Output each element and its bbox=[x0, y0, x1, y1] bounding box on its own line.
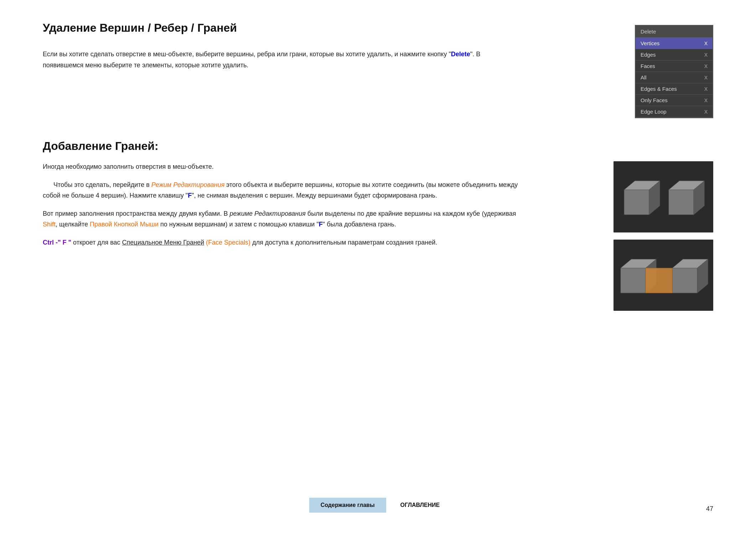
delete-menu-item-faces[interactable]: Faces X bbox=[636, 61, 713, 72]
delete-text-pre: Если вы хотите сделать отверстие в меш-о… bbox=[43, 51, 451, 58]
add-para3-underline: Специальное Меню Граней bbox=[122, 239, 204, 246]
add-para1-link: Режим Редактирования bbox=[151, 181, 224, 188]
delete-menu-label-all: All bbox=[641, 74, 647, 80]
delete-menu-label-faces: Faces bbox=[641, 63, 655, 69]
svg-marker-8 bbox=[621, 268, 646, 293]
add-para2-end: " была добавлена грань. bbox=[323, 221, 396, 228]
add-para1-pre: Чтобы это сделать, перейдите в bbox=[53, 181, 151, 188]
delete-menu-shortcut-only-faces: X bbox=[704, 98, 708, 103]
section-delete-title: Удаление Вершин / Ребер / Граней bbox=[43, 21, 520, 35]
section-add-title: Добавление Граней: bbox=[43, 140, 713, 153]
delete-menu-item-vertices[interactable]: Vertices X bbox=[636, 38, 713, 49]
delete-menu-shortcut-vertices: X bbox=[704, 41, 708, 46]
add-para3-paren: (Face Specials) bbox=[204, 239, 250, 246]
delete-menu-item-edges-faces[interactable]: Edges & Faces X bbox=[636, 83, 713, 95]
add-para1-key: F bbox=[188, 192, 192, 199]
svg-marker-4 bbox=[669, 190, 694, 215]
delete-menu-shortcut-edges: X bbox=[704, 52, 708, 58]
add-para3: Ctrl -" F " откроет для вас Специальное … bbox=[43, 237, 520, 248]
delete-menu-label-edges-faces: Edges & Faces bbox=[641, 86, 677, 92]
section-delete-text: Удаление Вершин / Ребер / Граней Если вы… bbox=[43, 21, 542, 70]
add-para1-end: ", не снимая выделения с вершин. Между в… bbox=[192, 192, 437, 199]
cube-svg-2 bbox=[613, 240, 713, 311]
bottom-nav: Содержание главы ОГЛАВЛЕНИЕ bbox=[0, 498, 756, 513]
toc-chapter-button[interactable]: Содержание главы bbox=[309, 498, 386, 513]
delete-menu-item-edges[interactable]: Edges X bbox=[636, 49, 713, 61]
cube-image-1 bbox=[613, 161, 713, 232]
add-para1-indent bbox=[43, 181, 53, 188]
cube-svg-1 bbox=[613, 161, 713, 232]
delete-menu-label-edge-loop: Edge Loop bbox=[641, 109, 667, 115]
toc-main-button[interactable]: ОГЛАВЛЕНИЕ bbox=[393, 498, 447, 513]
add-text: Иногда необходимо заполнить отверстия в … bbox=[43, 161, 542, 255]
svg-marker-1 bbox=[624, 190, 649, 215]
section-delete: Удаление Вершин / Ребер / Граней Если вы… bbox=[43, 21, 713, 118]
svg-marker-14 bbox=[646, 268, 672, 293]
delete-menu-shortcut-edge-loop: X bbox=[704, 109, 708, 115]
section-add: Добавление Граней: Иногда необходимо зап… bbox=[43, 140, 713, 311]
add-para2-shift: Shift bbox=[43, 221, 56, 228]
delete-menu-title: Delete bbox=[636, 26, 713, 38]
add-intro: Иногда необходимо заполнить отверстия в … bbox=[43, 161, 520, 172]
delete-menu-label-edges: Edges bbox=[641, 52, 656, 58]
add-para2-mid: были выделены по две крайние вершины на … bbox=[306, 210, 516, 217]
delete-menu-item-edge-loop[interactable]: Edge Loop X bbox=[636, 106, 713, 117]
add-para3-ctrl: Ctrl -" F " bbox=[43, 239, 71, 246]
add-para2: Вот пример заполнения пространства между… bbox=[43, 208, 520, 230]
section-delete-body: Если вы хотите сделать отверстие в меш-о… bbox=[43, 49, 520, 70]
delete-menu-shortcut-all: X bbox=[704, 75, 708, 80]
delete-menu-widget: Delete Vertices X Edges X Faces X All X … bbox=[635, 25, 713, 118]
delete-key: Delete bbox=[451, 51, 470, 58]
add-para3-mid: откроет для вас bbox=[71, 239, 122, 246]
cube-image-2 bbox=[613, 240, 713, 311]
delete-menu-shortcut-edges-faces: X bbox=[704, 86, 708, 92]
add-para2-italic: режиме Редактирования bbox=[229, 210, 305, 217]
delete-menu-label-only-faces: Only Faces bbox=[641, 97, 668, 103]
add-para2-rmb: Правой Кнопкой Мыши bbox=[90, 221, 159, 228]
svg-marker-11 bbox=[672, 268, 697, 293]
add-content: Иногда необходимо заполнить отверстия в … bbox=[43, 161, 713, 311]
add-para2-pre: Вот пример заполнения пространства между… bbox=[43, 210, 229, 217]
delete-menu-item-all[interactable]: All X bbox=[636, 72, 713, 83]
add-para1: Чтобы это сделать, перейдите в Режим Ред… bbox=[43, 179, 520, 201]
add-para2-key: F bbox=[319, 221, 323, 228]
add-para3-end: для доступа к дополнительным параметрам … bbox=[250, 239, 437, 246]
add-para2-mid2: , щелкайте bbox=[56, 221, 90, 228]
delete-menu-label-vertices: Vertices bbox=[641, 40, 659, 46]
page: Удаление Вершин / Ребер / Граней Если вы… bbox=[0, 0, 756, 534]
delete-menu-shortcut-faces: X bbox=[704, 63, 708, 69]
page-number: 47 bbox=[706, 505, 713, 513]
delete-menu-item-only-faces[interactable]: Only Faces X bbox=[636, 95, 713, 106]
add-images bbox=[613, 161, 713, 311]
add-para2-mid3: по нужным вершинам) и затем с помощью кл… bbox=[159, 221, 319, 228]
